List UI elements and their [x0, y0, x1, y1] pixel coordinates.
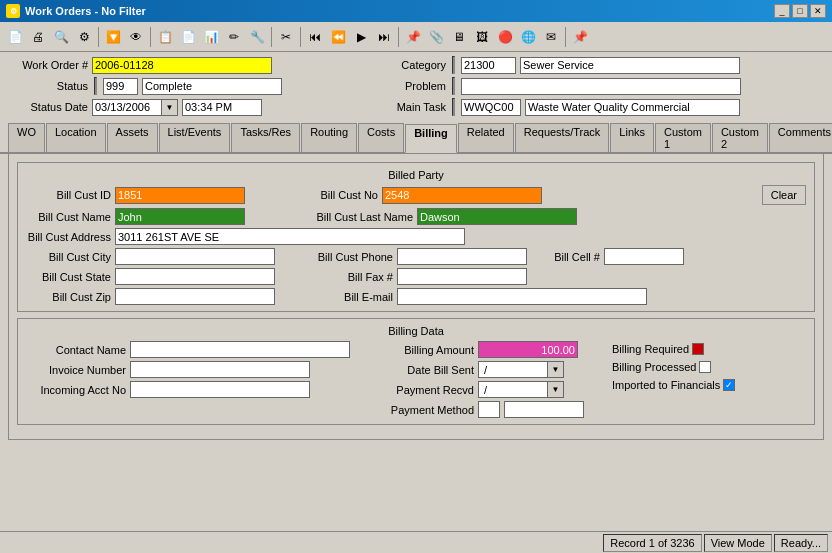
bookmark-button[interactable]: 📌 — [402, 26, 424, 48]
bill-email-input[interactable] — [397, 288, 647, 305]
main-task-code-input[interactable] — [461, 99, 521, 116]
ready-status: Ready... — [774, 534, 828, 552]
billing-amount-input[interactable] — [478, 341, 578, 358]
view-button[interactable]: 👁 — [125, 26, 147, 48]
payment-method-input[interactable] — [504, 401, 584, 418]
bill-cust-name-input[interactable] — [115, 208, 245, 225]
image-button[interactable]: 🖼 — [471, 26, 493, 48]
tool-button[interactable]: 🔧 — [246, 26, 268, 48]
status-date-field[interactable]: ▼ — [92, 99, 178, 116]
status-date-dropdown[interactable]: ▼ — [162, 99, 178, 116]
payment-recvd-field[interactable]: ▼ — [478, 381, 564, 398]
clear-button[interactable]: Clear — [762, 185, 806, 205]
incoming-acct-input[interactable] — [130, 381, 310, 398]
billing-processed-checkbox[interactable] — [699, 361, 711, 373]
category-code-input[interactable] — [461, 57, 516, 74]
status-bar: Record 1 of 3236 View Mode Ready... — [0, 531, 832, 553]
toolbar-sep-3 — [271, 27, 272, 47]
last-record-button[interactable]: ⏭ — [373, 26, 395, 48]
tab-routing[interactable]: Routing — [301, 123, 357, 152]
search-button[interactable]: 🔍 — [50, 26, 72, 48]
alert-button[interactable]: 🔴 — [494, 26, 516, 48]
category-desc-input[interactable] — [520, 57, 740, 74]
chart-button[interactable]: 📊 — [200, 26, 222, 48]
billing-required-checkbox[interactable] — [692, 343, 704, 355]
status-date-input[interactable] — [92, 99, 162, 116]
paste-button[interactable]: 📄 — [177, 26, 199, 48]
bill-cust-state-input[interactable] — [115, 268, 275, 285]
prev-record-button[interactable]: ⏪ — [327, 26, 349, 48]
close-button[interactable]: ✕ — [810, 4, 826, 18]
bill-cell-input[interactable] — [604, 248, 684, 265]
bill-cust-city-input[interactable] — [115, 248, 275, 265]
billing-data-title: Billing Data — [26, 325, 806, 337]
tab-links[interactable]: Links — [610, 123, 654, 152]
bill-cust-no-input[interactable] — [382, 187, 542, 204]
billing-required-label: Billing Required — [612, 343, 689, 355]
date-bill-sent-input[interactable] — [478, 361, 548, 378]
main-task-sep — [452, 98, 455, 116]
problem-input[interactable] — [461, 78, 741, 95]
invoice-number-input[interactable] — [130, 361, 310, 378]
payment-recvd-input[interactable] — [478, 381, 548, 398]
tab-tasks-res[interactable]: Tasks/Res — [231, 123, 300, 152]
status-code-input[interactable] — [103, 78, 138, 95]
attach-button[interactable]: 📎 — [425, 26, 447, 48]
cut-button[interactable]: ✂ — [275, 26, 297, 48]
minimize-button[interactable]: _ — [774, 4, 790, 18]
tab-custom2[interactable]: Custom 2 — [712, 123, 768, 152]
email-button[interactable]: ✉ — [540, 26, 562, 48]
first-record-button[interactable]: ⏮ — [304, 26, 326, 48]
tab-location[interactable]: Location — [46, 123, 106, 152]
payment-recvd-dropdown[interactable]: ▼ — [548, 381, 564, 398]
bill-cust-id-input[interactable] — [115, 187, 245, 204]
payment-method-label: Payment Method — [374, 404, 474, 416]
map-button[interactable]: 📌 — [569, 26, 591, 48]
print-button[interactable]: 🖨 — [27, 26, 49, 48]
app-icon: ⚙ — [6, 4, 20, 18]
tab-costs[interactable]: Costs — [358, 123, 404, 152]
web-button[interactable]: 🌐 — [517, 26, 539, 48]
bill-cust-zip-input[interactable] — [115, 288, 275, 305]
bill-fax-input[interactable] — [397, 268, 527, 285]
billing-data-section: Billing Data Contact Name Invoice Number… — [17, 318, 815, 425]
edit-button[interactable]: ✏ — [223, 26, 245, 48]
toolbar-sep-6 — [565, 27, 566, 47]
payment-recvd-label: Payment Recvd — [374, 384, 474, 396]
bill-cust-zip-label: Bill Cust Zip — [26, 291, 111, 303]
filter-button[interactable]: 🔽 — [102, 26, 124, 48]
date-bill-sent-dropdown[interactable]: ▼ — [548, 361, 564, 378]
payment-method-code-input[interactable] — [478, 401, 500, 418]
tab-wo[interactable]: WO — [8, 123, 45, 152]
work-order-input[interactable] — [92, 57, 272, 74]
status-time-input[interactable] — [182, 99, 262, 116]
screen-button[interactable]: 🖥 — [448, 26, 470, 48]
date-bill-sent-field[interactable]: ▼ — [478, 361, 564, 378]
copy-button[interactable]: 📋 — [154, 26, 176, 48]
toolbar-sep-4 — [300, 27, 301, 47]
status-value-input[interactable] — [142, 78, 282, 95]
next-record-button[interactable]: ▶ — [350, 26, 372, 48]
tab-custom1[interactable]: Custom 1 — [655, 123, 711, 152]
bill-cell-label: Bill Cell # — [545, 251, 600, 263]
contact-name-input[interactable] — [130, 341, 350, 358]
tab-requests-track[interactable]: Requests/Track — [515, 123, 610, 152]
tab-billing[interactable]: Billing — [405, 124, 457, 153]
billing-content-panel: Billed Party Bill Cust ID Bill Cust No C… — [8, 154, 824, 440]
bill-cust-address-input[interactable] — [115, 228, 465, 245]
new-button[interactable]: 📄 — [4, 26, 26, 48]
tab-comments[interactable]: Comments — [769, 123, 832, 152]
work-order-label: Work Order # — [8, 59, 88, 71]
incoming-acct-label: Incoming Acct No — [26, 384, 126, 396]
problem-sep — [452, 77, 455, 95]
imported-financials-checkbox[interactable]: ✓ — [723, 379, 735, 391]
tab-related[interactable]: Related — [458, 123, 514, 152]
window-controls[interactable]: _ □ ✕ — [774, 4, 826, 18]
main-task-desc-input[interactable] — [525, 99, 740, 116]
settings-button[interactable]: ⚙ — [73, 26, 95, 48]
maximize-button[interactable]: □ — [792, 4, 808, 18]
bill-cust-last-name-input[interactable] — [417, 208, 577, 225]
bill-cust-phone-input[interactable] — [397, 248, 527, 265]
tab-list-events[interactable]: List/Events — [159, 123, 231, 152]
tab-assets[interactable]: Assets — [107, 123, 158, 152]
